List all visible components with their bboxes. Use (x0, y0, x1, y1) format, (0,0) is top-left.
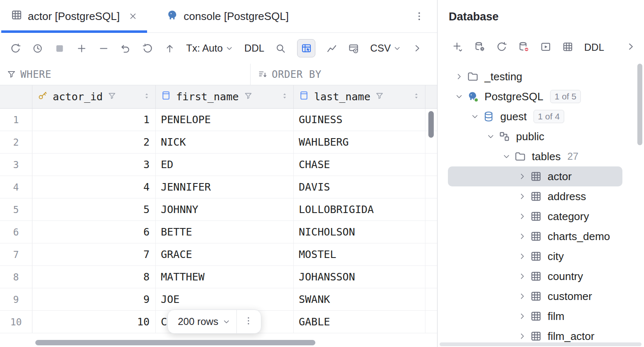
tree-item-actor[interactable]: actor (448, 166, 622, 186)
refresh-icon[interactable] (10, 43, 21, 54)
search-icon[interactable] (275, 43, 286, 54)
row-number[interactable]: 2 (0, 131, 32, 153)
preview-icon[interactable] (348, 43, 359, 54)
pager-kebab-icon[interactable] (243, 316, 253, 327)
filter-icon[interactable] (108, 91, 116, 103)
row-number[interactable]: 10 (0, 311, 32, 333)
table-view-toggle[interactable] (297, 39, 315, 57)
cell-last-name[interactable]: CHASE (294, 154, 425, 176)
cell-first-name[interactable]: GRACE (156, 243, 294, 265)
order-by-input[interactable]: ORDER BY (251, 64, 437, 85)
column-header-first-name[interactable]: first_name (156, 85, 294, 108)
sort-icon[interactable] (412, 91, 421, 103)
disconnect-icon[interactable] (518, 41, 529, 54)
tree-item-guest[interactable]: guest 1 of 4 (448, 107, 622, 126)
query-console-icon[interactable] (540, 41, 551, 54)
chevron-icon[interactable] (502, 152, 511, 161)
csv-format-dropdown[interactable]: CSV (370, 42, 401, 54)
cell-last-name[interactable]: JOHANSSON (294, 266, 425, 288)
cell-actor-id[interactable]: 8 (32, 266, 156, 288)
table-grid-icon[interactable] (562, 41, 573, 54)
panel-vertical-scrollbar[interactable] (637, 64, 642, 145)
chevron-icon[interactable] (518, 272, 527, 280)
tree-item-_testing[interactable]: _testing (448, 67, 622, 87)
column-header-actor-id[interactable]: actor_id (32, 85, 156, 108)
tree-item-customer[interactable]: customer (448, 286, 622, 306)
cell-actor-id[interactable]: 1 (32, 109, 156, 131)
cell-first-name[interactable]: BETTE (156, 221, 294, 243)
cell-last-name[interactable]: NICHOLSON (294, 221, 425, 243)
chevron-icon[interactable] (486, 132, 495, 141)
cell-first-name[interactable]: ED (156, 154, 294, 176)
row-number[interactable]: 3 (0, 154, 32, 176)
delete-row-icon[interactable] (98, 43, 109, 54)
row-number[interactable]: 8 (0, 266, 32, 288)
tab-actor[interactable]: actor [PostgreSQL] (0, 0, 148, 33)
add-datasource-icon[interactable] (452, 41, 463, 54)
cell-first-name[interactable]: PENELOPE (156, 109, 294, 131)
ddl-button[interactable]: DDL (584, 42, 604, 53)
chevron-icon[interactable] (518, 212, 527, 221)
cell-first-name[interactable]: MATTHEW (156, 266, 294, 288)
row-number[interactable]: 5 (0, 198, 32, 221)
toolbar-overflow-chevron-icon[interactable] (626, 42, 636, 53)
ddl-button[interactable]: DDL (244, 42, 264, 54)
tree-item-PostgreSQL[interactable]: PostgreSQL 1 of 5 (448, 87, 622, 107)
tx-mode-dropdown[interactable]: Tx: Auto (186, 42, 234, 54)
datasource-properties-icon[interactable] (474, 41, 485, 54)
chevron-icon[interactable] (455, 72, 464, 81)
cell-actor-id[interactable]: 4 (32, 176, 156, 198)
cell-last-name[interactable]: GABLE (294, 311, 425, 333)
chevron-icon[interactable] (518, 312, 527, 320)
cell-actor-id[interactable]: 6 (32, 221, 156, 243)
close-icon[interactable] (128, 12, 138, 21)
chevron-down-icon[interactable] (222, 317, 231, 326)
cell-first-name[interactable]: NICK (156, 131, 294, 153)
history-icon[interactable] (32, 43, 43, 54)
chevron-icon[interactable] (470, 112, 479, 121)
cell-actor-id[interactable]: 9 (32, 288, 156, 310)
chevron-icon[interactable] (455, 92, 464, 101)
chevron-icon[interactable] (518, 192, 527, 201)
tree-item-category[interactable]: category (448, 206, 622, 226)
cell-last-name[interactable]: LOLLOBRIGIDA (294, 198, 425, 221)
cell-actor-id[interactable]: 7 (32, 243, 156, 265)
tab-options-kebab-icon[interactable] (414, 11, 425, 22)
filter-icon[interactable] (244, 91, 253, 103)
stop-icon[interactable] (54, 43, 65, 54)
tree-item-city[interactable]: city (448, 246, 622, 266)
tree-item-tables[interactable]: tables 27 (448, 146, 622, 166)
grid-vertical-scrollbar[interactable] (428, 111, 434, 138)
cell-last-name[interactable]: GUINESS (294, 109, 425, 131)
chevron-icon[interactable] (518, 332, 527, 340)
refresh-icon[interactable] (496, 41, 507, 54)
tree-item-address[interactable]: address (448, 186, 622, 206)
tree-item-charts_demo[interactable]: charts_demo (448, 226, 622, 246)
cell-actor-id[interactable]: 10 (32, 311, 156, 333)
chart-icon[interactable] (326, 43, 337, 54)
cell-last-name[interactable]: MOSTEL (294, 243, 425, 265)
tree-item-film[interactable]: film (448, 306, 622, 326)
cell-last-name[interactable]: WAHLBERG (294, 131, 425, 153)
column-header-last-name[interactable]: last_name (294, 85, 425, 108)
cell-actor-id[interactable]: 5 (32, 198, 156, 221)
chevron-icon[interactable] (518, 232, 527, 240)
submit-icon[interactable] (164, 43, 175, 54)
sort-icon[interactable] (143, 91, 151, 103)
cell-first-name[interactable]: JOHNNY (156, 198, 294, 221)
chevron-icon[interactable] (518, 292, 527, 300)
cell-actor-id[interactable]: 2 (32, 131, 156, 153)
tree-item-public[interactable]: public (448, 126, 622, 146)
undo-icon[interactable] (120, 43, 131, 54)
sort-icon[interactable] (280, 91, 289, 103)
panel-horizontal-scrollbar[interactable] (440, 342, 642, 346)
chevron-icon[interactable] (518, 172, 527, 181)
chevron-icon[interactable] (518, 252, 527, 260)
grid-horizontal-scrollbar[interactable] (35, 340, 315, 345)
tab-console[interactable]: console [PostgreSQL] (156, 0, 300, 33)
rollback-icon[interactable] (142, 43, 153, 54)
row-number[interactable]: 1 (0, 109, 32, 131)
row-number[interactable]: 9 (0, 288, 32, 310)
row-number[interactable]: 7 (0, 243, 32, 265)
cell-last-name[interactable]: SWANK (294, 288, 425, 310)
